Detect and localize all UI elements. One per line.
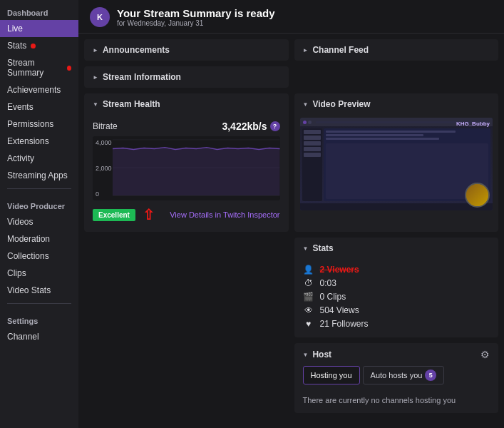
stats-list: 👤 2 Viewers ⏱ 0:03 🎬 0 Clips 👁 504 Views: [303, 265, 490, 329]
sidebar: Dashboard Live Stats Stream Summary Achi…: [0, 0, 78, 428]
sidebar-item-streaming-apps[interactable]: Streaming Apps: [0, 167, 78, 184]
sidebar-item-label: Permissions: [7, 119, 53, 129]
stat-followers: ♥ 21 Followers: [303, 319, 490, 329]
mini-bar-4: [304, 147, 321, 151]
sidebar-item-live[interactable]: Live: [0, 20, 78, 37]
announcements-panel: ► Announcements: [84, 39, 289, 61]
stream-health-label: Stream Health: [103, 99, 160, 109]
video-text-line-1: [326, 131, 456, 133]
sidebar-item-label: Channel: [7, 332, 39, 342]
gear-icon[interactable]: ⚙: [480, 349, 490, 360]
empty-left-4: [84, 238, 289, 337]
sidebar-item-collections[interactable]: Collections: [0, 248, 78, 265]
svg-marker-3: [113, 148, 280, 195]
stream-summary-badge: [67, 66, 71, 71]
sidebar-divider-2: [7, 303, 71, 304]
video-text-line-3: [326, 138, 440, 140]
stream-info-label: Stream Information: [103, 72, 181, 82]
host-panel-header: ▼ Host ⚙: [294, 343, 499, 366]
sidebar-item-channel[interactable]: Channel: [0, 328, 78, 345]
bitrate-label: Bitrate: [93, 121, 118, 131]
sidebar-section-video-producer: Video Producer: [0, 193, 78, 213]
empty-cell: [294, 66, 499, 88]
sidebar-item-stream-summary[interactable]: Stream Summary: [0, 54, 78, 81]
sidebar-item-label: Collections: [7, 251, 49, 261]
chevron-down-icon-4: ▼: [303, 352, 309, 358]
announcements-header[interactable]: ► Announcements: [84, 39, 289, 61]
sidebar-item-label: Moderation: [7, 234, 50, 244]
sidebar-item-label: Clips: [7, 268, 26, 278]
no-channels-text: There are currently no channels hosting …: [303, 396, 456, 404]
excellent-badge: Excellent: [93, 209, 135, 221]
mini-bar-3: [304, 141, 321, 146]
chevron-right-icon: ►: [93, 47, 98, 54]
mini-bar-1: [304, 130, 321, 134]
auto-hosts-tab[interactable]: Auto hosts you 5: [363, 366, 445, 384]
views-icon: 👁: [303, 305, 314, 315]
stat-clips: 🎬 0 Clips: [303, 292, 490, 302]
chart-footer: Excellent ⇧ View Details in Twitch Inspe…: [93, 206, 280, 223]
followers-icon: ♥: [303, 319, 314, 329]
sidebar-item-video-stats[interactable]: Video Stats: [0, 282, 78, 299]
streamer-avatar-overlay: [465, 183, 490, 208]
stream-info-header[interactable]: ► Stream Information: [84, 66, 289, 88]
hosting-you-label: Hosting you: [311, 371, 352, 379]
stat-duration: ⏱ 0:03: [303, 278, 490, 288]
chevron-down-icon-2: ▼: [303, 101, 309, 108]
video-preview-header[interactable]: ▼ Video Preview: [294, 93, 499, 115]
sidebar-item-activity[interactable]: Activity: [0, 150, 78, 167]
duration-value: 0:03: [320, 278, 336, 288]
host-label: Host: [312, 350, 331, 360]
view-details-link[interactable]: View Details in Twitch Inspector: [170, 210, 279, 219]
video-preview-label: Video Preview: [312, 99, 370, 109]
viewers-value: 2 Viewers: [320, 265, 359, 275]
stats-header[interactable]: ▼ Stats: [294, 238, 499, 259]
bitrate-row: Bitrate 3,422kb/s ?: [93, 121, 280, 132]
stream-health-body: Bitrate 3,422kb/s ? 4,000 2,000 0: [84, 115, 289, 232]
bitrate-number: 3,422kb/s: [222, 121, 267, 132]
page-subtitle: for Wednesday, January 31: [117, 19, 274, 27]
host-header-left[interactable]: ▼ Host: [303, 350, 332, 360]
hosting-you-tab[interactable]: Hosting you: [303, 366, 360, 384]
stream-health-panel: ▼ Stream Health Bitrate 3,422kb/s ? 4,00…: [84, 93, 289, 232]
stream-health-header[interactable]: ▼ Stream Health: [84, 93, 289, 115]
chart-y-labels: 4,000 2,000 0: [96, 136, 112, 200]
duration-icon: ⏱: [303, 278, 314, 288]
chevron-down-icon-3: ▼: [303, 245, 309, 252]
sidebar-item-moderation[interactable]: Moderation: [0, 230, 78, 248]
video-content-block: [326, 143, 489, 199]
stat-views: 👁 504 Views: [303, 305, 490, 315]
video-content: [300, 126, 493, 203]
chart-label-4000: 4,000: [96, 139, 112, 146]
clips-value: 0 Clips: [320, 292, 346, 302]
mini-bar-5: [304, 153, 321, 157]
clips-icon: 🎬: [303, 292, 314, 302]
sidebar-item-clips[interactable]: Clips: [0, 265, 78, 282]
sidebar-item-label: Stream Summary: [7, 58, 63, 78]
video-username: KHG_Bubby: [456, 121, 490, 127]
channel-feed-label: Channel Feed: [312, 45, 369, 55]
channel-feed-header[interactable]: ► Channel Feed: [294, 39, 499, 61]
video-preview-panel: ▼ Video Preview: [294, 93, 499, 232]
topbar-dot-2: [308, 121, 312, 124]
bitrate-chart: 4,000 2,000 0: [93, 136, 280, 200]
channel-feed-panel: ► Channel Feed: [294, 39, 499, 61]
avatar: K: [90, 7, 110, 27]
sidebar-item-events[interactable]: Events: [0, 98, 78, 116]
sidebar-item-label: Extensions: [7, 136, 49, 146]
bitrate-chart-svg: [113, 136, 280, 199]
topbar-dot-1: [303, 121, 307, 124]
chevron-right-icon-2: ►: [303, 47, 309, 54]
sidebar-item-label: Videos: [7, 217, 33, 227]
sidebar-item-videos[interactable]: Videos: [0, 213, 78, 230]
sidebar-item-label: Stats: [7, 41, 26, 51]
video-preview-body: KHG_Bubby: [294, 115, 499, 216]
sidebar-item-extensions[interactable]: Extensions: [0, 133, 78, 150]
announcements-label: Announcements: [103, 45, 170, 55]
sidebar-item-permissions[interactable]: Permissions: [0, 116, 78, 133]
info-icon[interactable]: ?: [270, 121, 280, 131]
sidebar-item-achievements[interactable]: Achievements: [0, 81, 78, 98]
sidebar-item-stats[interactable]: Stats: [0, 37, 78, 54]
stats-panel: ▼ Stats 👤 2 Viewers ⏱ 0:03 🎬 0 Clips: [294, 238, 499, 337]
main-content: K Your Stream Summary is ready for Wedne…: [78, 0, 504, 428]
